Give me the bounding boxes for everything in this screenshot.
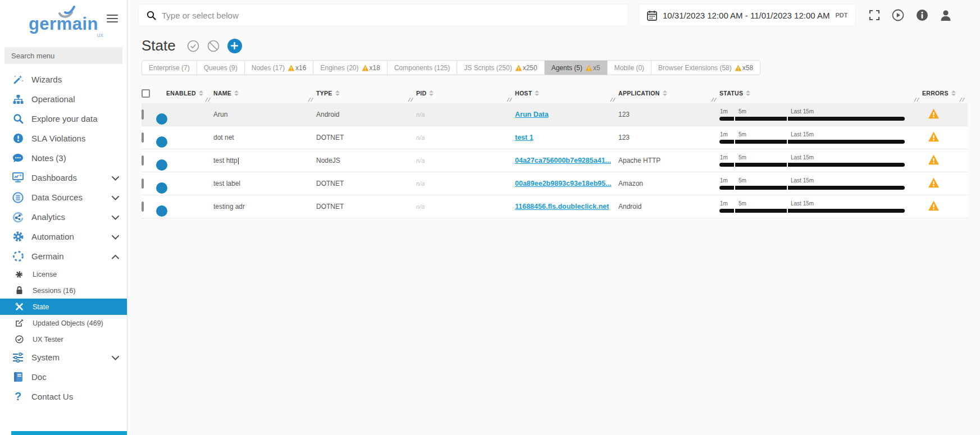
table-row[interactable]: dot net DOTNET n/a test 1 123 1m5mLast 1… xyxy=(142,126,968,149)
column-resize-handle[interactable] xyxy=(610,96,616,103)
column-header-status[interactable]: STATUS xyxy=(719,83,922,103)
column-resize-handle[interactable] xyxy=(308,96,314,103)
check-circle-icon xyxy=(13,335,25,344)
sidebar-item-updated-objects[interactable]: Updated Objects (469) xyxy=(0,315,127,331)
host-link[interactable]: 04a27ca756000b7e9285a41... xyxy=(515,157,611,164)
column-resize-handle[interactable] xyxy=(205,96,211,103)
row-checkbox[interactable] xyxy=(142,109,144,120)
column-header-name[interactable]: NAME xyxy=(213,83,316,103)
sidebar-item-doc[interactable]: Doc xyxy=(0,367,127,387)
chevron-down-icon xyxy=(112,193,119,203)
error-warning-icon[interactable] xyxy=(928,154,940,165)
user-icon[interactable] xyxy=(940,10,951,21)
sidebar-item-system[interactable]: System xyxy=(0,347,127,367)
sidebar-item-analytics[interactable]: Analytics xyxy=(0,207,127,227)
warning-triangle-icon xyxy=(585,65,592,71)
chevron-down-icon xyxy=(112,212,119,222)
global-search-input[interactable] xyxy=(162,11,620,20)
sidebar-item-sla-violations[interactable]: SLA Violations xyxy=(0,129,127,148)
host-link[interactable]: test 1 xyxy=(515,134,534,141)
error-warning-icon[interactable] xyxy=(928,108,940,119)
share-nodes-icon xyxy=(11,212,25,223)
fullscreen-icon[interactable] xyxy=(869,10,880,21)
sidebar-item-ux-tester[interactable]: UX Tester xyxy=(0,331,127,347)
column-header-errors[interactable]: ERRORS xyxy=(922,83,968,103)
tab-queues[interactable]: Queues (9) xyxy=(197,61,245,75)
host-link[interactable]: 00a89ee2b9893c93e18eb95... xyxy=(515,180,612,187)
sort-icon[interactable] xyxy=(335,90,340,96)
calendar-icon xyxy=(647,10,657,21)
column-resize-handle[interactable] xyxy=(408,96,414,103)
info-circle-icon[interactable] xyxy=(916,9,928,21)
cell-application: 123 xyxy=(618,134,719,141)
date-range-picker[interactable]: 10/31/2023 12:00 AM - 11/01/2023 12:00 A… xyxy=(639,4,855,26)
add-button[interactable] xyxy=(227,39,242,53)
row-checkbox[interactable] xyxy=(142,178,144,189)
sort-icon[interactable] xyxy=(535,90,539,96)
sidebar-item-state[interactable]: State xyxy=(0,299,127,315)
sort-icon[interactable] xyxy=(746,90,750,96)
sidebar-item-germain[interactable]: Germain xyxy=(0,246,127,266)
host-link[interactable]: Arun Data xyxy=(515,111,549,118)
sort-icon[interactable] xyxy=(951,90,956,96)
error-warning-icon[interactable] xyxy=(928,177,940,188)
row-checkbox[interactable] xyxy=(142,132,144,143)
table-row[interactable]: test label DOTNET n/a 00a89ee2b9893c93e1… xyxy=(142,172,968,195)
column-resize-handle[interactable] xyxy=(959,96,965,103)
cell-pid: n/a xyxy=(416,180,515,187)
tab-agents[interactable]: Agents (5) x5 xyxy=(545,61,608,75)
column-resize-handle[interactable] xyxy=(507,96,513,103)
sidebar-item-data-sources[interactable]: Data Sources xyxy=(0,187,127,207)
table-row[interactable]: Arun Android n/a Arun Data 123 1m5mLast … xyxy=(142,103,968,126)
sidebar-item-wizards[interactable]: Wizards xyxy=(0,70,127,89)
sidebar-item-contact-us[interactable]: ? Contact Us xyxy=(0,387,127,406)
sort-icon[interactable] xyxy=(199,90,203,96)
host-link[interactable]: 11688456.fls.doubleclick.net xyxy=(515,203,609,210)
column-header-pid[interactable]: PID xyxy=(416,83,515,103)
column-resize-handle[interactable] xyxy=(914,96,920,103)
sidebar-item-explore-your-data[interactable]: Explore your data xyxy=(0,109,127,129)
sort-icon[interactable] xyxy=(429,90,434,96)
cell-application: Apache HTTP xyxy=(618,157,719,164)
cell-type: NodeJS xyxy=(316,157,416,164)
sidebar-item-operational[interactable]: Operational xyxy=(0,89,127,109)
status-sparkline: 1m5mLast 15m xyxy=(719,154,905,167)
status-bar xyxy=(719,163,905,167)
sidebar-search-input[interactable] xyxy=(4,47,122,64)
select-all-checkbox[interactable] xyxy=(142,89,150,98)
play-circle-icon[interactable] xyxy=(892,9,904,21)
sidebar-item-label: Sessions (16) xyxy=(33,287,75,295)
tab-nodes[interactable]: Nodes (17) x16 xyxy=(245,61,314,75)
tab-js-scripts[interactable]: JS Scripts (250) x250 xyxy=(457,61,544,75)
enable-check-circle-icon[interactable] xyxy=(187,40,199,52)
sidebar-item-license[interactable]: License xyxy=(0,266,127,282)
alert-circle-icon xyxy=(11,133,25,144)
sidebar-item-sessions[interactable]: Sessions (16) xyxy=(0,282,127,299)
sort-icon[interactable] xyxy=(234,90,239,96)
table-row[interactable]: test http NodeJS n/a 04a27ca756000b7e928… xyxy=(142,149,968,172)
tab-enterprise[interactable]: Enterprise (7) xyxy=(142,61,197,75)
tab-browser-extensions[interactable]: Browser Extensions (58) x58 xyxy=(651,61,760,75)
column-header-application[interactable]: APPLICATION xyxy=(618,83,719,103)
chevron-down-icon xyxy=(112,352,119,363)
sidebar-item-dashboards[interactable]: Dashboards xyxy=(0,168,127,187)
row-checkbox[interactable] xyxy=(142,155,144,166)
sort-icon[interactable] xyxy=(663,90,667,96)
sidebar-item-automation[interactable]: Automation xyxy=(0,227,127,246)
error-warning-icon[interactable] xyxy=(928,131,940,142)
error-warning-icon[interactable] xyxy=(928,200,940,211)
status-bar xyxy=(719,186,905,190)
table-row[interactable]: testing adr DOTNET n/a 11688456.fls.doub… xyxy=(142,195,968,218)
tab-components[interactable]: Components (125) xyxy=(388,61,457,75)
cell-application: Amazon xyxy=(618,180,719,187)
column-header-host[interactable]: HOST xyxy=(515,83,618,103)
row-checkbox[interactable] xyxy=(142,202,144,212)
disable-ban-icon[interactable] xyxy=(207,40,220,52)
column-header-enabled[interactable]: ENABLED xyxy=(166,83,213,103)
sidebar-item-label: License xyxy=(33,271,57,278)
sidebar-item-notes[interactable]: Notes (3) xyxy=(0,148,127,168)
column-header-type[interactable]: TYPE xyxy=(316,83,416,103)
tab-engines[interactable]: Engines (20) x18 xyxy=(313,61,387,75)
tab-mobile[interactable]: Mobile (0) xyxy=(608,61,651,75)
column-resize-handle[interactable] xyxy=(711,96,717,103)
